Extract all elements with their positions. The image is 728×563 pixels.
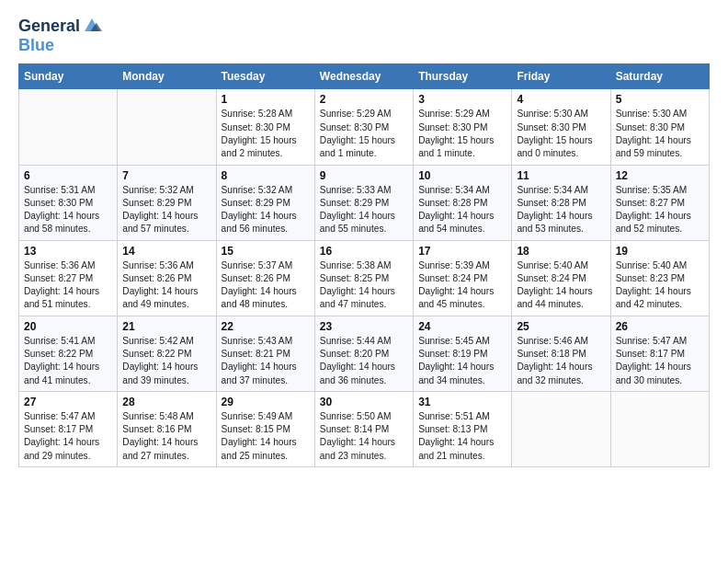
day-number: 4: [517, 93, 605, 106]
day-number: 5: [616, 93, 704, 106]
calendar-cell: 5Sunrise: 5:30 AM Sunset: 8:30 PM Daylig…: [610, 89, 709, 165]
calendar-cell: 25Sunrise: 5:46 AM Sunset: 8:18 PM Dayli…: [512, 316, 610, 391]
logo-text-line2: Blue: [18, 36, 102, 55]
day-info: Sunrise: 5:29 AM Sunset: 8:30 PM Dayligh…: [320, 108, 408, 160]
day-number: 31: [418, 396, 506, 408]
calendar-cell: 28Sunrise: 5:48 AM Sunset: 8:16 PM Dayli…: [118, 391, 216, 466]
day-info: Sunrise: 5:42 AM Sunset: 8:22 PM Dayligh…: [122, 335, 210, 387]
weekday-header: Wednesday: [314, 64, 413, 89]
day-number: 25: [517, 320, 605, 333]
calendar-cell: 20Sunrise: 5:41 AM Sunset: 8:22 PM Dayli…: [19, 316, 118, 391]
calendar-cell: 11Sunrise: 5:34 AM Sunset: 8:28 PM Dayli…: [512, 165, 610, 240]
page: General Blue SundayMondayTuesdayWednesda…: [0, 0, 728, 563]
day-number: 14: [122, 245, 210, 258]
day-number: 11: [517, 169, 605, 182]
day-info: Sunrise: 5:50 AM Sunset: 8:14 PM Dayligh…: [320, 410, 408, 463]
day-number: 2: [320, 93, 408, 106]
logo: General Blue: [18, 17, 102, 54]
day-info: Sunrise: 5:47 AM Sunset: 8:17 PM Dayligh…: [616, 335, 704, 387]
calendar-cell: 14Sunrise: 5:36 AM Sunset: 8:26 PM Dayli…: [118, 240, 216, 316]
day-info: Sunrise: 5:38 AM Sunset: 8:25 PM Dayligh…: [320, 259, 408, 312]
calendar-cell: 1Sunrise: 5:28 AM Sunset: 8:30 PM Daylig…: [216, 89, 314, 165]
day-info: Sunrise: 5:51 AM Sunset: 8:13 PM Dayligh…: [418, 410, 506, 463]
day-info: Sunrise: 5:34 AM Sunset: 8:28 PM Dayligh…: [418, 184, 506, 236]
day-number: 28: [122, 396, 210, 408]
day-number: 9: [320, 169, 408, 182]
day-info: Sunrise: 5:37 AM Sunset: 8:26 PM Dayligh…: [222, 259, 310, 312]
weekday-header-row: SundayMondayTuesdayWednesdayThursdayFrid…: [19, 64, 710, 89]
day-info: Sunrise: 5:48 AM Sunset: 8:16 PM Dayligh…: [122, 410, 210, 463]
weekday-header: Sunday: [19, 64, 118, 89]
day-info: Sunrise: 5:34 AM Sunset: 8:28 PM Dayligh…: [517, 184, 605, 236]
day-number: 6: [24, 169, 112, 182]
day-number: 12: [616, 169, 704, 182]
day-info: Sunrise: 5:39 AM Sunset: 8:24 PM Dayligh…: [418, 259, 506, 312]
weekday-header: Tuesday: [216, 64, 314, 89]
day-info: Sunrise: 5:43 AM Sunset: 8:21 PM Dayligh…: [222, 335, 310, 387]
day-number: 24: [418, 320, 506, 333]
calendar-cell: 18Sunrise: 5:40 AM Sunset: 8:24 PM Dayli…: [512, 240, 610, 316]
calendar-cell: 7Sunrise: 5:32 AM Sunset: 8:29 PM Daylig…: [118, 165, 216, 240]
calendar-cell: [118, 89, 216, 165]
day-info: Sunrise: 5:28 AM Sunset: 8:30 PM Dayligh…: [222, 108, 310, 160]
calendar-cell: 30Sunrise: 5:50 AM Sunset: 8:14 PM Dayli…: [314, 391, 413, 466]
day-number: 16: [320, 245, 408, 258]
day-info: Sunrise: 5:30 AM Sunset: 8:30 PM Dayligh…: [517, 108, 605, 160]
day-number: 22: [222, 320, 310, 333]
calendar-cell: 3Sunrise: 5:29 AM Sunset: 8:30 PM Daylig…: [414, 89, 512, 165]
calendar-week-row: 13Sunrise: 5:36 AM Sunset: 8:27 PM Dayli…: [19, 240, 710, 316]
weekday-header: Monday: [118, 64, 216, 89]
day-number: 29: [222, 396, 310, 408]
calendar-cell: 12Sunrise: 5:35 AM Sunset: 8:27 PM Dayli…: [610, 165, 709, 240]
calendar-week-row: 1Sunrise: 5:28 AM Sunset: 8:30 PM Daylig…: [19, 89, 710, 165]
day-info: Sunrise: 5:33 AM Sunset: 8:29 PM Dayligh…: [320, 184, 408, 236]
calendar-week-row: 20Sunrise: 5:41 AM Sunset: 8:22 PM Dayli…: [19, 316, 710, 391]
calendar-cell: [19, 89, 118, 165]
day-number: 13: [24, 245, 112, 258]
calendar-cell: 9Sunrise: 5:33 AM Sunset: 8:29 PM Daylig…: [314, 165, 413, 240]
calendar-cell: [610, 391, 709, 466]
calendar-cell: [512, 391, 610, 466]
day-info: Sunrise: 5:41 AM Sunset: 8:22 PM Dayligh…: [24, 335, 112, 387]
day-number: 18: [517, 245, 605, 258]
day-number: 27: [24, 396, 112, 408]
day-info: Sunrise: 5:40 AM Sunset: 8:23 PM Dayligh…: [616, 259, 704, 312]
calendar-cell: 13Sunrise: 5:36 AM Sunset: 8:27 PM Dayli…: [19, 240, 118, 316]
day-number: 17: [418, 245, 506, 258]
day-number: 23: [320, 320, 408, 333]
calendar-cell: 19Sunrise: 5:40 AM Sunset: 8:23 PM Dayli…: [610, 240, 709, 316]
calendar-week-row: 27Sunrise: 5:47 AM Sunset: 8:17 PM Dayli…: [19, 391, 710, 466]
weekday-header: Saturday: [610, 64, 709, 89]
day-number: 8: [222, 169, 310, 182]
day-info: Sunrise: 5:36 AM Sunset: 8:27 PM Dayligh…: [24, 259, 112, 312]
day-number: 3: [418, 93, 506, 106]
calendar-cell: 22Sunrise: 5:43 AM Sunset: 8:21 PM Dayli…: [216, 316, 314, 391]
day-number: 1: [222, 93, 310, 106]
calendar-table: SundayMondayTuesdayWednesdayThursdayFrid…: [18, 63, 710, 467]
calendar-week-row: 6Sunrise: 5:31 AM Sunset: 8:30 PM Daylig…: [19, 165, 710, 240]
day-number: 26: [616, 320, 704, 333]
day-info: Sunrise: 5:46 AM Sunset: 8:18 PM Dayligh…: [517, 335, 605, 387]
day-number: 19: [616, 245, 704, 258]
day-number: 15: [222, 245, 310, 258]
day-number: 20: [24, 320, 112, 333]
day-number: 30: [320, 396, 408, 408]
calendar-cell: 27Sunrise: 5:47 AM Sunset: 8:17 PM Dayli…: [19, 391, 118, 466]
calendar-cell: 15Sunrise: 5:37 AM Sunset: 8:26 PM Dayli…: [216, 240, 314, 316]
day-info: Sunrise: 5:45 AM Sunset: 8:19 PM Dayligh…: [418, 335, 506, 387]
calendar-cell: 26Sunrise: 5:47 AM Sunset: 8:17 PM Dayli…: [610, 316, 709, 391]
day-info: Sunrise: 5:31 AM Sunset: 8:30 PM Dayligh…: [24, 184, 112, 236]
calendar-cell: 17Sunrise: 5:39 AM Sunset: 8:24 PM Dayli…: [414, 240, 512, 316]
header: General Blue: [18, 17, 710, 54]
day-info: Sunrise: 5:32 AM Sunset: 8:29 PM Dayligh…: [222, 184, 310, 236]
calendar-cell: 10Sunrise: 5:34 AM Sunset: 8:28 PM Dayli…: [414, 165, 512, 240]
calendar-cell: 23Sunrise: 5:44 AM Sunset: 8:20 PM Dayli…: [314, 316, 413, 391]
calendar-cell: 16Sunrise: 5:38 AM Sunset: 8:25 PM Dayli…: [314, 240, 413, 316]
day-number: 7: [122, 169, 210, 182]
day-number: 10: [418, 169, 506, 182]
weekday-header: Friday: [512, 64, 610, 89]
calendar-cell: 8Sunrise: 5:32 AM Sunset: 8:29 PM Daylig…: [216, 165, 314, 240]
calendar-cell: 24Sunrise: 5:45 AM Sunset: 8:19 PM Dayli…: [414, 316, 512, 391]
calendar-cell: 29Sunrise: 5:49 AM Sunset: 8:15 PM Dayli…: [216, 391, 314, 466]
day-info: Sunrise: 5:30 AM Sunset: 8:30 PM Dayligh…: [616, 108, 704, 160]
